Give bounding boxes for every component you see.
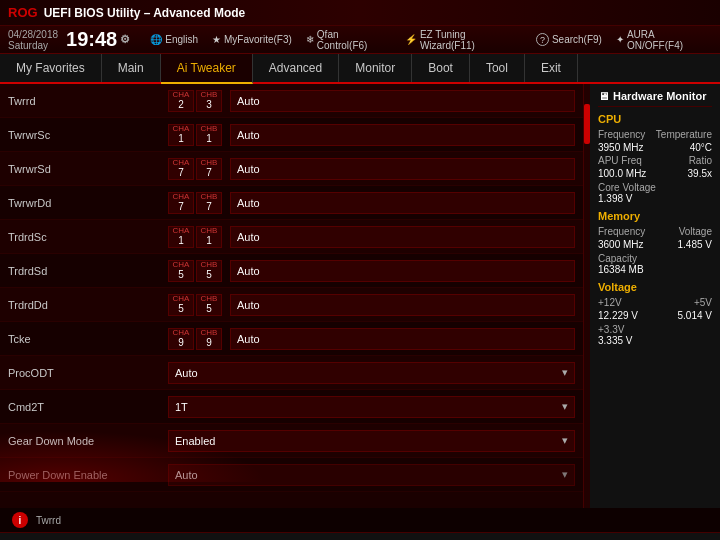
table-row: Power Down Enable Auto bbox=[0, 458, 583, 492]
cha-box: CHA9 bbox=[168, 328, 194, 350]
tab-boot[interactable]: Boot bbox=[412, 54, 470, 82]
table-row: TrdrdSd CHA5 CHB5 Auto bbox=[0, 254, 583, 288]
cpu-freq-val-row: 3950 MHz 40°C bbox=[598, 142, 712, 153]
lightning-icon: ⚡ bbox=[405, 34, 417, 45]
date-display: 04/28/2018 Saturday bbox=[8, 29, 58, 51]
monitor-icon: 🖥 bbox=[598, 90, 609, 102]
question-icon: ? bbox=[536, 33, 549, 46]
row-label-twrwrsc: TwrwrSc bbox=[8, 129, 168, 141]
value-trdrdsc[interactable]: Auto bbox=[230, 226, 575, 248]
tab-advanced[interactable]: Advanced bbox=[253, 54, 339, 82]
capacity-label: Capacity bbox=[598, 253, 712, 264]
tab-aitweaker[interactable]: Ai Tweaker bbox=[161, 54, 253, 84]
row-label-trdrdsc: TrdrdSc bbox=[8, 231, 168, 243]
row-label-tcke: Tcke bbox=[8, 333, 168, 345]
cha-box: CHA1 bbox=[168, 226, 194, 248]
fan-icon: ❄ bbox=[306, 34, 314, 45]
value-tcke[interactable]: Auto bbox=[230, 328, 575, 350]
table-row: TrdrdSc CHA1 CHB1 Auto bbox=[0, 220, 583, 254]
title-bar: ROG UEFI BIOS Utility – Advanced Mode bbox=[0, 0, 720, 26]
cha-chb-trdrddd: CHA5 CHB5 bbox=[168, 294, 222, 316]
cpu-apufreq-val-row: 100.0 MHz 39.5x bbox=[598, 168, 712, 179]
table-row: TwrwrSc CHA1 CHB1 Auto bbox=[0, 118, 583, 152]
value-procodt[interactable]: Auto bbox=[168, 362, 575, 384]
cpu-freq-value: 3950 MHz bbox=[598, 142, 644, 153]
cha-box: CHA5 bbox=[168, 260, 194, 282]
globe-icon: 🌐 bbox=[150, 34, 162, 45]
row-label-powerdownenable: Power Down Enable bbox=[8, 469, 168, 481]
chb-box: CHB5 bbox=[196, 294, 222, 316]
table-row: Tcke CHA9 CHB9 Auto bbox=[0, 322, 583, 356]
nav-tabs: My Favorites Main Ai Tweaker Advanced Mo… bbox=[0, 54, 720, 84]
cha-chb-trdrdsc: CHA1 CHB1 bbox=[168, 226, 222, 248]
value-trdrdsd[interactable]: Auto bbox=[230, 260, 575, 282]
cha-box: CHA7 bbox=[168, 192, 194, 214]
tab-main[interactable]: Main bbox=[102, 54, 161, 82]
apu-freq-value: 100.0 MHz bbox=[598, 168, 646, 179]
cha-box: CHA5 bbox=[168, 294, 194, 316]
myfavorite-tool[interactable]: ★ MyFavorite(F3) bbox=[212, 34, 292, 45]
apu-freq-label: APU Freq bbox=[598, 155, 642, 166]
tab-exit[interactable]: Exit bbox=[525, 54, 578, 82]
toolbar: 🌐 English ★ MyFavorite(F3) ❄ Qfan Contro… bbox=[150, 29, 712, 51]
table-row: Cmd2T 1T bbox=[0, 390, 583, 424]
cpu-freq-row: Frequency Temperature bbox=[598, 129, 712, 140]
value-geardownmode[interactable]: Enabled bbox=[168, 430, 575, 452]
row-label-trdrdsd: TrdrdSd bbox=[8, 265, 168, 277]
row-label-procodt: ProcODT bbox=[8, 367, 168, 379]
chb-box: CHB5 bbox=[196, 260, 222, 282]
hw-monitor-title: 🖥 Hardware Monitor bbox=[598, 90, 712, 107]
v12-label: +12V bbox=[598, 297, 622, 308]
tab-tool[interactable]: Tool bbox=[470, 54, 525, 82]
cpu-temp-value: 40°C bbox=[690, 142, 712, 153]
value-powerdownenable[interactable]: Auto bbox=[168, 464, 575, 486]
tab-monitor[interactable]: Monitor bbox=[339, 54, 412, 82]
capacity-value: 16384 MB bbox=[598, 264, 712, 275]
v12-row: +12V +5V bbox=[598, 297, 712, 308]
cpu-section-title: CPU bbox=[598, 113, 712, 125]
value-twrwrsc[interactable]: Auto bbox=[230, 124, 575, 146]
v5-value: 5.014 V bbox=[678, 310, 712, 321]
cpu-apufreq-row: APU Freq Ratio bbox=[598, 155, 712, 166]
mem-freq-value: 3600 MHz bbox=[598, 239, 644, 250]
cha-chb-twrwrdd: CHA7 CHB7 bbox=[168, 192, 222, 214]
tab-favorites[interactable]: My Favorites bbox=[0, 54, 102, 82]
v12-value: 12.229 V bbox=[598, 310, 638, 321]
main-layout: Twrrd CHA2 CHB3 Auto TwrwrSc CHA1 CHB1 A… bbox=[0, 84, 720, 508]
table-row: ProcODT Auto bbox=[0, 356, 583, 390]
bottom-bar: Last Modified | EzMode(F7) → | Hot Keys … bbox=[0, 532, 720, 540]
status-text: Twrrd bbox=[36, 515, 61, 526]
settings-icon[interactable]: ⚙ bbox=[120, 33, 130, 46]
mem-freq-val-row: 3600 MHz 1.485 V bbox=[598, 239, 712, 250]
star-icon: ★ bbox=[212, 34, 221, 45]
datetime-section: 04/28/2018 Saturday 19:48 ⚙ bbox=[8, 28, 130, 51]
time-display: 19:48 ⚙ bbox=[66, 28, 130, 51]
value-cmd2t[interactable]: 1T bbox=[168, 396, 575, 418]
info-icon: i bbox=[12, 512, 28, 528]
memory-section-title: Memory bbox=[598, 210, 712, 222]
row-label-geardownmode: Gear Down Mode bbox=[8, 435, 168, 447]
qfan-tool[interactable]: ❄ Qfan Control(F6) bbox=[306, 29, 391, 51]
table-row: Gear Down Mode Enabled bbox=[0, 424, 583, 458]
chb-box: CHB1 bbox=[196, 226, 222, 248]
v12-val-row: 12.229 V 5.014 V bbox=[598, 310, 712, 321]
mem-freq-row: Frequency Voltage bbox=[598, 226, 712, 237]
aura-tool[interactable]: ✦ AURA ON/OFF(F4) bbox=[616, 29, 712, 51]
language-tool[interactable]: 🌐 English bbox=[150, 34, 198, 45]
row-label-cmd2t: Cmd2T bbox=[8, 401, 168, 413]
eztuning-tool[interactable]: ⚡ EZ Tuning Wizard(F11) bbox=[405, 29, 522, 51]
search-tool[interactable]: ? Search(F9) bbox=[536, 33, 602, 46]
value-twrwrdd[interactable]: Auto bbox=[230, 192, 575, 214]
mem-volt-label: Voltage bbox=[679, 226, 712, 237]
status-row: i Twrrd bbox=[0, 508, 720, 532]
value-twrrd[interactable]: Auto bbox=[230, 90, 575, 112]
chb-box: CHB7 bbox=[196, 158, 222, 180]
top-bar: 04/28/2018 Saturday 19:48 ⚙ 🌐 English ★ … bbox=[0, 26, 720, 54]
value-trdrddd[interactable]: Auto bbox=[230, 294, 575, 316]
cha-box: CHA7 bbox=[168, 158, 194, 180]
value-twrwrsd[interactable]: Auto bbox=[230, 158, 575, 180]
cha-chb-twrwrsc: CHA1 CHB1 bbox=[168, 124, 222, 146]
table-row: TwrwrDd CHA7 CHB7 Auto bbox=[0, 186, 583, 220]
cha-chb-twrwrsd: CHA7 CHB7 bbox=[168, 158, 222, 180]
cha-chb-twrrd: CHA2 CHB3 bbox=[168, 90, 222, 112]
